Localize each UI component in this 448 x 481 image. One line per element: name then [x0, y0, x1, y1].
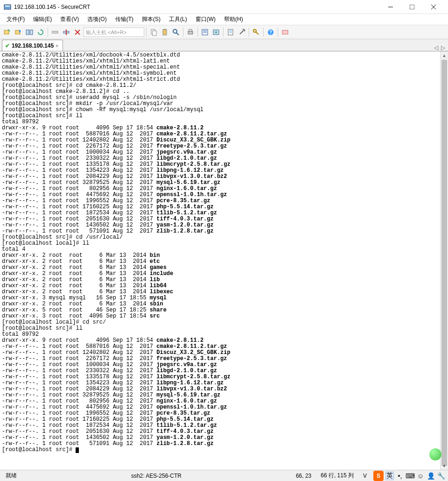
menu-window[interactable]: 窗口(W)	[192, 14, 219, 25]
quick-connect-icon[interactable]	[13, 27, 23, 37]
paste-icon[interactable]	[160, 27, 170, 37]
svg-rect-6	[4, 30, 9, 34]
svg-point-21	[173, 29, 177, 33]
status-cursor-pos: 66, 23	[293, 473, 314, 479]
toolbar-separator	[48, 28, 48, 37]
ime-user-icon[interactable]: 👤	[427, 472, 435, 480]
help-icon[interactable]: ?	[266, 27, 276, 37]
tools-icon[interactable]	[237, 27, 247, 37]
svg-rect-3	[410, 5, 414, 9]
menu-tools[interactable]: 工具(L)	[165, 14, 191, 25]
svg-point-29	[215, 31, 217, 33]
status-vt: V	[360, 473, 370, 479]
svg-rect-19	[163, 29, 167, 35]
menu-help[interactable]: 帮助(H)	[220, 14, 247, 25]
menubar: 文件(F) 编辑(E) 查看(V) 选项(O) 传输(T) 脚本(S) 工具(L…	[0, 14, 448, 25]
ime-settings-icon[interactable]: 🔧	[437, 472, 445, 480]
terminal-cursor	[76, 447, 79, 453]
svg-rect-23	[188, 31, 193, 34]
tab-close-icon[interactable]: ×	[56, 43, 58, 49]
options-icon[interactable]	[200, 27, 210, 37]
svg-rect-18	[153, 31, 156, 35]
find-icon[interactable]	[171, 27, 181, 37]
print-icon[interactable]	[185, 27, 196, 37]
sogou-ime-icon[interactable]: S	[373, 471, 384, 481]
svg-rect-10	[30, 30, 33, 35]
maximize-button[interactable]	[401, 0, 423, 14]
key-icon[interactable]	[251, 27, 261, 37]
svg-rect-20	[164, 29, 166, 30]
tab-prev-icon[interactable]: ◁	[434, 44, 438, 51]
connected-check-icon: ✔	[5, 42, 10, 49]
session-options-icon[interactable]	[211, 27, 221, 37]
close-button[interactable]	[423, 0, 444, 14]
ime-keyboard-icon[interactable]: ⌨	[406, 472, 414, 480]
host-input[interactable]: 输入主机 <Alt+R>	[84, 28, 144, 37]
svg-line-22	[176, 33, 179, 35]
tab-label: 192.168.100.145	[12, 42, 54, 49]
scroll-up-icon[interactable]: ▲	[441, 51, 448, 59]
toolbar-separator	[223, 28, 224, 37]
terminal-line: [root@localhost src]# ll	[2, 325, 438, 332]
ime-tray: S 英 •, ⌨ ☺ 👤 🔧	[373, 471, 445, 481]
svg-rect-1	[5, 6, 10, 7]
statusbar: 就绪 ssh2: AES-256-CTR 66, 23 66 行, 115 列 …	[0, 470, 448, 481]
toolbar-separator	[249, 28, 249, 37]
window-title: 192.168.100.145 - SecureCRT	[14, 4, 380, 10]
terminal-line: [root@localhost src]# ll	[2, 113, 438, 119]
toolbar: 输入主机 <Alt+R> ?	[0, 25, 448, 39]
ime-punct-icon[interactable]: •,	[396, 472, 404, 480]
scrollbar[interactable]: ▲ ▼	[440, 51, 448, 470]
menu-options[interactable]: 选项(O)	[84, 14, 110, 25]
toolbar-separator	[197, 28, 198, 37]
scroll-thumb[interactable]	[441, 60, 447, 466]
toolbar-separator	[263, 28, 264, 37]
session-tab[interactable]: ✔ 192.168.100.145 ×	[2, 40, 63, 51]
status-size: 66 行, 115 列	[318, 472, 357, 480]
svg-rect-0	[4, 5, 11, 9]
menu-transfer[interactable]: 传输(T)	[112, 14, 137, 25]
ime-face-icon[interactable]: ☺	[416, 472, 425, 480]
script-icon[interactable]	[225, 27, 236, 37]
disconnect-icon[interactable]	[50, 27, 60, 37]
toggle-icon[interactable]	[280, 27, 290, 37]
status-cipher: ssh2: AES-256-CTR	[23, 473, 289, 479]
status-orb-icon	[429, 448, 441, 460]
status-ready: 就绪	[3, 472, 20, 480]
svg-text:?: ?	[269, 30, 272, 35]
reconnect-icon[interactable]	[35, 27, 46, 37]
scroll-down-icon[interactable]: ▼	[441, 462, 448, 470]
svg-rect-37	[282, 30, 288, 34]
reconnect-all-icon[interactable]	[61, 27, 71, 37]
terminal-line: [root@localhost src]#	[2, 447, 438, 453]
connect-in-tab-icon[interactable]	[24, 27, 35, 37]
connect-icon[interactable]	[2, 27, 12, 37]
terminal-line: [root@localhost local]# ll	[2, 240, 438, 247]
svg-rect-9	[26, 30, 29, 35]
cancel-icon[interactable]	[72, 27, 83, 37]
menu-view[interactable]: 查看(V)	[56, 14, 83, 25]
svg-line-34	[256, 32, 259, 35]
terminal-area: cmake-2.8.11.2/Utilities/xml/docbook-4.5…	[0, 51, 448, 470]
copy-icon[interactable]	[148, 27, 159, 37]
menu-edit[interactable]: 编辑(E)	[29, 14, 56, 25]
ime-lang[interactable]: 英	[385, 472, 394, 480]
tab-next-icon[interactable]: ▷	[441, 44, 445, 51]
minimize-button[interactable]	[380, 0, 401, 14]
tab-nav: ◁ ▷	[434, 44, 445, 51]
titlebar[interactable]: 192.168.100.145 - SecureCRT	[0, 0, 448, 14]
toolbar-separator	[183, 28, 183, 37]
menu-script[interactable]: 脚本(S)	[138, 14, 164, 25]
svg-rect-12	[52, 31, 58, 33]
terminal-output[interactable]: cmake-2.8.11.2/Utilities/xml/docbook-4.5…	[0, 51, 440, 470]
app-icon	[4, 3, 11, 11]
menu-file[interactable]: 文件(F)	[3, 14, 28, 25]
toolbar-separator	[278, 28, 278, 37]
svg-rect-24	[189, 29, 192, 31]
tabbar: ✔ 192.168.100.145 × ◁ ▷	[0, 39, 448, 51]
toolbar-separator	[146, 28, 147, 37]
